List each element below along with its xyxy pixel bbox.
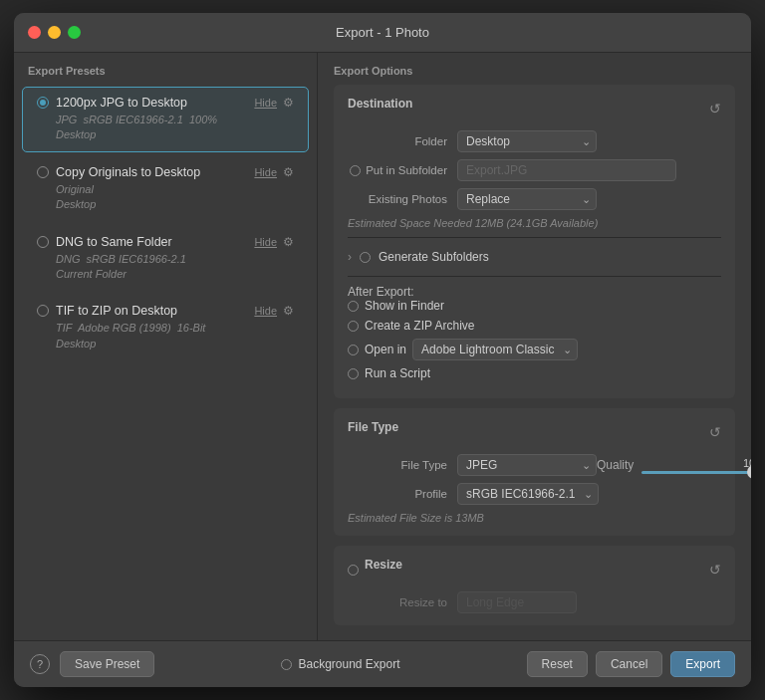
subfolder-radio[interactable] [350, 165, 361, 176]
file-type-select-wrapper: JPEG [457, 454, 597, 476]
run-script-row: Run a Script [348, 366, 721, 380]
background-export-radio[interactable] [281, 659, 292, 670]
export-options-header: Export Options [334, 65, 735, 77]
subfolder-label: Put in Subfolder [366, 164, 447, 176]
preset-name-3: DNG to Same Folder [56, 235, 172, 249]
create-zip-row: Create a ZIP Archive [348, 319, 721, 333]
profile-label: Profile [348, 488, 457, 500]
file-type-quality-row: File Type JPEG Quality 100 [348, 454, 721, 476]
open-in-radio[interactable] [348, 345, 359, 355]
dialog-title: Export - 1 Photo [336, 25, 429, 40]
run-script-radio[interactable] [348, 368, 359, 379]
preset-item-2-header: Copy Originals to Desktop Hide ⚙ [37, 165, 294, 179]
save-preset-button[interactable]: Save Preset [60, 651, 154, 677]
open-in-select[interactable]: Adobe Lightroom Classic [412, 339, 578, 360]
traffic-lights [28, 26, 81, 39]
help-button[interactable]: ? [30, 654, 50, 674]
resize-to-input[interactable] [457, 591, 577, 613]
footer-left: ? Save Preset [30, 651, 154, 677]
preset-radio-4[interactable] [37, 305, 49, 317]
resize-radio[interactable] [348, 565, 359, 576]
reset-button[interactable]: Reset [527, 651, 588, 677]
preset-name-2: Copy Originals to Desktop [56, 165, 200, 179]
background-export-label: Background Export [298, 657, 399, 671]
quality-label: Quality [597, 458, 634, 472]
preset-sub-2: OriginalDesktop [37, 182, 294, 213]
right-panel: Export Options Destination ↺ Folder Desk… [318, 53, 751, 640]
profile-row: Profile sRGB IEC61966-2.1 [348, 483, 721, 505]
gear-icon-4[interactable]: ⚙ [283, 304, 294, 318]
gear-icon-1[interactable]: ⚙ [283, 96, 294, 110]
presets-header: Export Presets [14, 65, 317, 85]
resize-title: Resize [365, 558, 402, 572]
after-export-label: After Export: [348, 285, 414, 299]
preset-item-4[interactable]: TIF to ZIP on Desktop Hide ⚙ TIF Adobe R… [22, 295, 309, 360]
existing-photos-select-wrapper: Replace [457, 188, 597, 210]
preset-item-2[interactable]: Copy Originals to Desktop Hide ⚙ Origina… [22, 156, 309, 222]
fullscreen-button[interactable] [68, 26, 81, 39]
preset-item-3-header: DNG to Same Folder Hide ⚙ [37, 235, 294, 249]
preset-sub-3: DNG sRGB IEC61966-2.1Current Folder [37, 252, 294, 283]
open-in-select-wrapper: Adobe Lightroom Classic [412, 339, 578, 360]
generate-subfolders-row[interactable]: › Generate Subfolders [348, 246, 721, 268]
existing-photos-label: Existing Photos [348, 193, 457, 205]
quality-slider[interactable] [641, 471, 751, 474]
create-zip-radio[interactable] [348, 321, 359, 332]
existing-photos-select[interactable]: Replace [457, 188, 597, 210]
create-zip-label: Create a ZIP Archive [365, 319, 475, 333]
preset-hide-4[interactable]: Hide [254, 305, 277, 317]
preset-name-row-2: Copy Originals to Desktop [37, 165, 200, 179]
folder-select-wrapper: Desktop [457, 130, 597, 152]
file-type-title: File Type [348, 420, 398, 434]
run-script-label: Run a Script [365, 366, 430, 380]
preset-radio-2[interactable] [37, 166, 49, 178]
subfolder-input[interactable] [457, 159, 676, 181]
preset-item-1-header: 1200px JPG to Desktop Hide ⚙ [37, 96, 294, 110]
resize-to-row: Resize to [348, 591, 721, 613]
file-type-label: File Type [348, 459, 457, 471]
resize-to-label: Resize to [348, 596, 457, 608]
gear-icon-3[interactable]: ⚙ [283, 235, 294, 249]
open-in-row: Open in Adobe Lightroom Classic [348, 339, 721, 360]
destination-reset-icon[interactable]: ↺ [709, 101, 721, 117]
show-in-finder-radio[interactable] [348, 301, 359, 312]
preset-hide-3[interactable]: Hide [254, 236, 277, 248]
profile-select-wrapper: sRGB IEC61966-2.1 [457, 483, 599, 505]
minimize-button[interactable] [48, 26, 61, 39]
gear-icon-2[interactable]: ⚙ [283, 165, 294, 179]
footer-center: Background Export [281, 657, 399, 671]
preset-item-1[interactable]: 1200px JPG to Desktop Hide ⚙ JPG sRGB IE… [22, 87, 309, 152]
preset-actions-4: Hide ⚙ [254, 304, 294, 318]
profile-select[interactable]: sRGB IEC61966-2.1 [457, 483, 599, 505]
file-type-section: File Type ↺ File Type JPEG Qualit [334, 408, 735, 536]
folder-label: Folder [348, 135, 457, 147]
preset-hide-1[interactable]: Hide [254, 97, 277, 109]
preset-radio-3[interactable] [37, 236, 49, 248]
cancel-button[interactable]: Cancel [596, 651, 662, 677]
file-type-select[interactable]: JPEG [457, 454, 597, 476]
dialog-body: Export Presets 1200px JPG to Desktop Hid… [14, 53, 751, 640]
resize-header: Resize ↺ [348, 558, 721, 582]
resize-section: Resize ↺ Resize to [334, 546, 735, 625]
generate-subfolders-radio[interactable] [360, 252, 371, 263]
destination-title: Destination [348, 97, 412, 111]
file-type-reset-icon[interactable]: ↺ [709, 424, 721, 440]
preset-sub-4: TIF Adobe RGB (1998) 16-BitDesktop [37, 321, 294, 351]
destination-header: Destination ↺ [348, 97, 721, 120]
preset-sub-1: JPG sRGB IEC61966-2.1 100%Desktop [37, 113, 294, 143]
preset-hide-2[interactable]: Hide [254, 166, 277, 178]
preset-name-row-1: 1200px JPG to Desktop [37, 96, 187, 110]
export-dialog: Export - 1 Photo Export Presets 1200px J… [14, 13, 751, 687]
preset-name-row-4: TIF to ZIP on Desktop [37, 304, 177, 318]
preset-radio-1[interactable] [37, 97, 49, 109]
folder-select[interactable]: Desktop [457, 130, 597, 152]
preset-item-3[interactable]: DNG to Same Folder Hide ⚙ DNG sRGB IEC61… [22, 226, 309, 292]
generate-subfolders-label: Generate Subfolders [379, 250, 489, 264]
file-type-header: File Type ↺ [348, 420, 721, 444]
resize-reset-icon[interactable]: ↺ [709, 562, 721, 578]
footer: ? Save Preset Background Export Reset Ca… [14, 640, 751, 687]
preset-name-4: TIF to ZIP on Desktop [56, 304, 177, 318]
close-button[interactable] [28, 26, 41, 39]
export-button[interactable]: Export [670, 651, 735, 677]
chevron-right-icon: › [348, 250, 352, 264]
